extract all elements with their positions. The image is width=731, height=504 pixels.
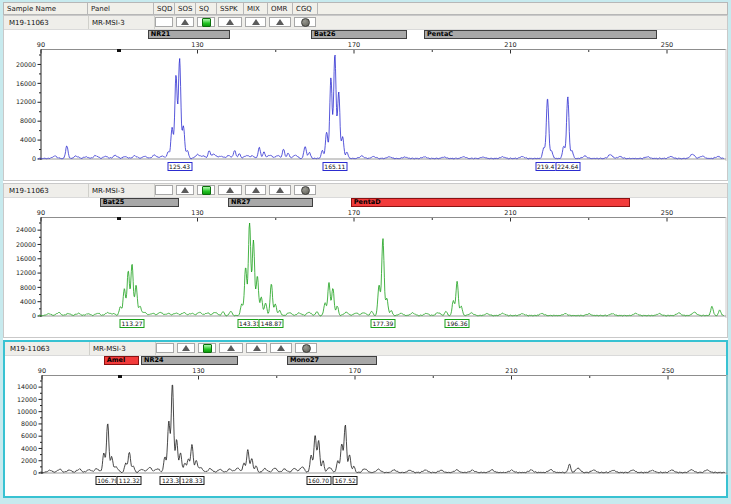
x-axis-label: 130	[190, 367, 208, 375]
marker-bar-bat26[interactable]: Bat26	[311, 30, 407, 39]
peak-size-label[interactable]: 167.52	[333, 476, 358, 485]
peak-label-row: 113.27143.31148.87177.39196.36	[4, 318, 727, 331]
y-axis-label: 12000	[16, 269, 36, 276]
electropherogram-plot: 040008000120001600020000	[4, 49, 727, 161]
flag-mix-cell[interactable]	[245, 185, 266, 195]
x-axis-label: 170	[345, 41, 363, 49]
x-axis-row: 90130170210250	[5, 366, 726, 375]
marker-bar-nr24[interactable]: NR24	[141, 356, 238, 365]
warning-triangle-icon	[276, 187, 284, 193]
marker-bar-amel[interactable]: Amel	[104, 356, 139, 365]
x-axis-label: 130	[189, 209, 207, 217]
flag-sspk-cell[interactable]	[218, 17, 242, 27]
status-circle-icon	[301, 18, 310, 27]
flag-sqd-cell[interactable]	[155, 185, 173, 195]
trace-electropherogram-green-dye	[38, 223, 724, 316]
flag-sqd-cell[interactable]	[155, 17, 173, 27]
marker-bar-pentad[interactable]: PentaD	[351, 198, 630, 207]
warning-triangle-icon	[253, 345, 261, 351]
sample-info-row[interactable]: M19-11063 MR-MSI-3	[5, 342, 726, 356]
flag-cgq-cell[interactable]	[295, 343, 317, 353]
peak-size-label[interactable]: 165.11	[322, 162, 347, 171]
flag-cgq-cell[interactable]	[294, 17, 316, 27]
peak-size-label[interactable]: 112.32	[117, 476, 142, 485]
plot-area[interactable]: 040008000120001600020000	[4, 49, 727, 161]
y-axis-label: 4000	[20, 298, 36, 305]
x-axis-label: 250	[659, 367, 677, 375]
x-axis-label: 210	[502, 41, 520, 49]
x-axis-label: 250	[658, 41, 676, 49]
flag-sspk-cell[interactable]	[218, 185, 242, 195]
x-axis-label: 90	[32, 41, 50, 49]
flag-sq-cell[interactable]	[198, 343, 216, 353]
peak-size-label[interactable]: 224.64	[555, 162, 580, 171]
marker-bar-pentac[interactable]: PentaC	[424, 30, 657, 39]
flag-sos-cell[interactable]	[176, 17, 194, 27]
x-axis-label: 250	[658, 209, 676, 217]
quality-pass-led-icon	[203, 344, 212, 353]
flag-sqd-cell[interactable]	[156, 343, 174, 353]
y-axis-label: 10000	[17, 408, 37, 415]
header-cell-sq: SQ	[196, 3, 217, 14]
peak-size-label[interactable]: 125.43	[167, 162, 192, 171]
trace-electropherogram-black-dye	[39, 385, 725, 473]
marker-bar-row: AmelNR24Mono27	[5, 356, 726, 366]
warning-triangle-icon	[227, 345, 235, 351]
column-divider	[88, 184, 89, 197]
flag-sos-cell[interactable]	[177, 343, 195, 353]
sample-name-cell: M19-11063	[9, 187, 49, 195]
quality-pass-led-icon	[202, 186, 211, 195]
peak-size-label[interactable]: 160.70	[306, 476, 331, 485]
plot-top-handle[interactable]	[117, 217, 121, 220]
y-axis-label: 14000	[17, 383, 37, 390]
y-axis-label: 8000	[20, 284, 36, 291]
marker-bar-nr21[interactable]: NR21	[148, 30, 230, 39]
peak-size-label[interactable]: 177.39	[370, 319, 395, 328]
sample-info-row[interactable]: M19-11063 MR-MSI-3	[4, 16, 727, 30]
section-panel-green: M19-11063 MR-MSI-3 Bat25NR27PentaD 90130…	[3, 183, 728, 338]
column-divider	[88, 16, 89, 29]
y-axis-label: 2000	[21, 457, 37, 464]
results-table-header: Sample Name Panel SQD SOS SQ SSPK MIX OM…	[3, 2, 728, 15]
flag-sq-cell[interactable]	[197, 185, 215, 195]
flag-sspk-cell[interactable]	[219, 343, 243, 353]
flag-omr-cell[interactable]	[269, 17, 291, 27]
marker-bar-nr27[interactable]: NR27	[228, 198, 313, 207]
flag-omr-cell[interactable]	[269, 185, 291, 195]
sample-info-row[interactable]: M19-11063 MR-MSI-3	[4, 184, 727, 198]
header-cell-panel: Panel	[88, 3, 154, 14]
plot-area[interactable]: 02000400060008000100001200014000	[5, 375, 726, 475]
flag-cgq-cell[interactable]	[294, 185, 316, 195]
marker-bar-mono27[interactable]: Mono27	[287, 356, 377, 365]
marker-bar-row: NR21Bat26PentaC	[4, 30, 727, 40]
plot-area[interactable]: 04000800012000160002000024000	[4, 217, 727, 318]
window: Sample Name Panel SQD SOS SQ SSPK MIX OM…	[3, 2, 728, 498]
peak-size-label[interactable]: 148.87	[259, 319, 284, 328]
plot-top-handle[interactable]	[118, 375, 122, 378]
y-axis-label: 8000	[21, 420, 37, 427]
flag-sos-cell[interactable]	[176, 185, 194, 195]
y-axis-label: 20000	[16, 61, 36, 68]
y-axis-label: 12000	[17, 396, 37, 403]
x-axis-label: 210	[502, 209, 520, 217]
peak-size-label[interactable]: 113.27	[120, 319, 145, 328]
flag-omr-cell[interactable]	[270, 343, 292, 353]
section-panel-blue: M19-11063 MR-MSI-3 NR21Bat26PentaC 90130…	[3, 15, 728, 181]
plot-top-handle[interactable]	[117, 49, 121, 52]
x-axis-label: 170	[346, 367, 364, 375]
panel-name-cell: MR-MSI-3	[92, 19, 125, 27]
warning-triangle-icon	[182, 345, 190, 351]
electropherogram-plot: 04000800012000160002000024000	[4, 217, 727, 318]
x-axis-label: 170	[345, 209, 363, 217]
flag-mix-cell[interactable]	[246, 343, 267, 353]
y-axis-label: 6000	[21, 432, 37, 439]
y-axis-label: 20000	[16, 241, 36, 248]
peak-size-label[interactable]: 196.36	[445, 319, 470, 328]
warning-triangle-icon	[181, 19, 189, 25]
marker-bar-bat25[interactable]: Bat25	[100, 198, 179, 207]
peak-size-label[interactable]: 128.33	[179, 476, 204, 485]
header-cell-mix: MIX	[244, 3, 268, 14]
y-axis-label: 24000	[16, 226, 36, 233]
flag-sq-cell[interactable]	[197, 17, 215, 27]
flag-mix-cell[interactable]	[245, 17, 266, 27]
